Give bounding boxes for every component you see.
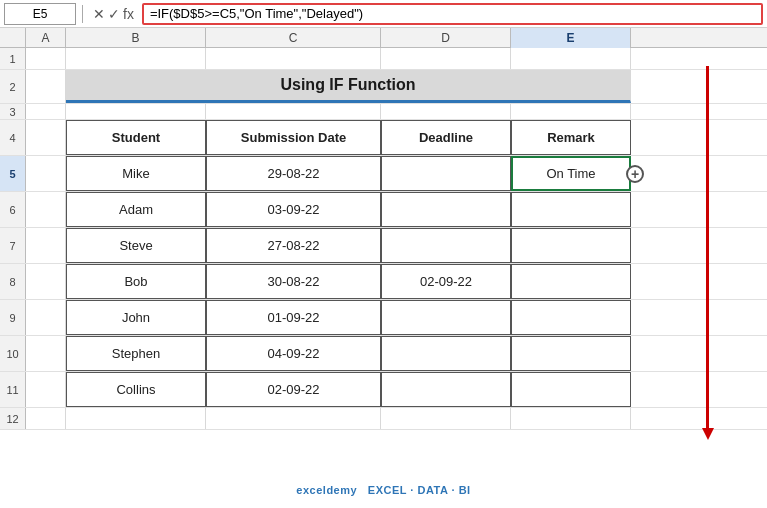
grid-body: 1 2 Using IF Function 3 (0, 48, 767, 508)
header-remark-label: Remark (547, 130, 595, 145)
corner-header (0, 28, 26, 47)
submission-date: 01-09-22 (267, 310, 319, 325)
table-row: 1 (0, 48, 767, 70)
cell-date-11[interactable]: 02-09-22 (206, 372, 381, 407)
cancel-icon[interactable]: ✕ (93, 6, 105, 22)
cell-deadline-8[interactable]: 02-09-22 (381, 264, 511, 299)
formula-input[interactable] (142, 3, 763, 25)
student-name: Stephen (112, 346, 160, 361)
fill-handle[interactable]: + (626, 165, 644, 183)
cell-student-11[interactable]: Collins (66, 372, 206, 407)
cell-student-9[interactable]: John (66, 300, 206, 335)
cell-student-7[interactable]: Steve (66, 228, 206, 263)
cell-a11[interactable] (26, 372, 66, 407)
table-row: 9 John 01-09-22 (0, 300, 767, 336)
cell-c3[interactable] (206, 104, 381, 119)
table-row: 4 Student Submission Date Deadline Remar… (0, 120, 767, 156)
cell-date-7[interactable]: 27-08-22 (206, 228, 381, 263)
cell-a12[interactable] (26, 408, 66, 429)
submission-date: 02-09-22 (267, 382, 319, 397)
student-name: Collins (116, 382, 155, 397)
col-header-c[interactable]: C (206, 28, 381, 48)
cell-ref-label: E5 (33, 7, 48, 21)
cell-e3[interactable] (511, 104, 631, 119)
student-name: Mike (122, 166, 149, 181)
cell-a8[interactable] (26, 264, 66, 299)
cell-a10[interactable] (26, 336, 66, 371)
row-num-5: 5 (0, 156, 26, 191)
cell-c1[interactable] (206, 48, 381, 69)
cell-date-6[interactable]: 03-09-22 (206, 192, 381, 227)
cell-d3[interactable] (381, 104, 511, 119)
cell-a5[interactable] (26, 156, 66, 191)
cell-remark-5[interactable]: On Time + (511, 156, 631, 191)
cell-remark-8[interactable] (511, 264, 631, 299)
cell-date-10[interactable]: 04-09-22 (206, 336, 381, 371)
fx-icon[interactable]: fx (123, 6, 134, 22)
table-row: 6 Adam 03-09-22 (0, 192, 767, 228)
deadline-value: 02-09-22 (420, 274, 472, 289)
student-name: Steve (119, 238, 152, 253)
row-num-4: 4 (0, 120, 26, 155)
table-row: 3 (0, 104, 767, 120)
cell-d1[interactable] (381, 48, 511, 69)
row-num-3: 3 (0, 104, 26, 119)
table-row: 12 (0, 408, 767, 430)
col-header-a[interactable]: A (26, 28, 66, 48)
formula-icons: ✕ ✓ fx (89, 6, 138, 22)
col-header-d[interactable]: D (381, 28, 511, 48)
col-header-e[interactable]: E (511, 28, 631, 48)
cell-c12[interactable] (206, 408, 381, 429)
header-submission-label: Submission Date (241, 130, 346, 145)
table-row: 11 Collins 02-09-22 (0, 372, 767, 408)
row-num-9: 9 (0, 300, 26, 335)
formula-bar: E5 ✕ ✓ fx (0, 0, 767, 28)
cell-e12[interactable] (511, 408, 631, 429)
row-num-7: 7 (0, 228, 26, 263)
cell-date-9[interactable]: 01-09-22 (206, 300, 381, 335)
cell-deadline-10[interactable] (381, 336, 511, 371)
cell-b3[interactable] (66, 104, 206, 119)
cell-deadline-6[interactable] (381, 192, 511, 227)
confirm-icon[interactable]: ✓ (108, 6, 120, 22)
cell-a3[interactable] (26, 104, 66, 119)
cell-e1[interactable] (511, 48, 631, 69)
row-num-1: 1 (0, 48, 26, 69)
cell-student-6[interactable]: Adam (66, 192, 206, 227)
cell-a2[interactable] (26, 70, 66, 103)
cell-reference-box[interactable]: E5 (4, 3, 76, 25)
cell-a9[interactable] (26, 300, 66, 335)
table-row: 7 Steve 27-08-22 (0, 228, 767, 264)
row-num-10: 10 (0, 336, 26, 371)
col-header-b[interactable]: B (66, 28, 206, 48)
cell-date-8[interactable]: 30-08-22 (206, 264, 381, 299)
cell-deadline-11[interactable] (381, 372, 511, 407)
cell-a1[interactable] (26, 48, 66, 69)
cell-b12[interactable] (66, 408, 206, 429)
student-name: John (122, 310, 150, 325)
cell-remark-10[interactable] (511, 336, 631, 371)
submission-date: 03-09-22 (267, 202, 319, 217)
cell-d12[interactable] (381, 408, 511, 429)
cell-deadline-9[interactable] (381, 300, 511, 335)
cell-b1[interactable] (66, 48, 206, 69)
cell-student-5[interactable]: Mike (66, 156, 206, 191)
cell-date-5[interactable]: 29-08-22 (206, 156, 381, 191)
cell-deadline-5[interactable] (381, 156, 511, 191)
header-deadline: Deadline (381, 120, 511, 155)
cell-a4[interactable] (26, 120, 66, 155)
cell-remark-7[interactable] (511, 228, 631, 263)
cell-student-8[interactable]: Bob (66, 264, 206, 299)
watermark: exceldemy EXCEL · DATA · BI (296, 484, 470, 496)
cell-student-10[interactable]: Stephen (66, 336, 206, 371)
cell-a7[interactable] (26, 228, 66, 263)
cell-deadline-7[interactable] (381, 228, 511, 263)
cell-a6[interactable] (26, 192, 66, 227)
row-num-8: 8 (0, 264, 26, 299)
cell-remark-9[interactable] (511, 300, 631, 335)
cell-remark-11[interactable] (511, 372, 631, 407)
row-num-11: 11 (0, 372, 26, 407)
cell-remark-6[interactable] (511, 192, 631, 227)
header-remark: Remark (511, 120, 631, 155)
table-row: 8 Bob 30-08-22 02-09-22 (0, 264, 767, 300)
